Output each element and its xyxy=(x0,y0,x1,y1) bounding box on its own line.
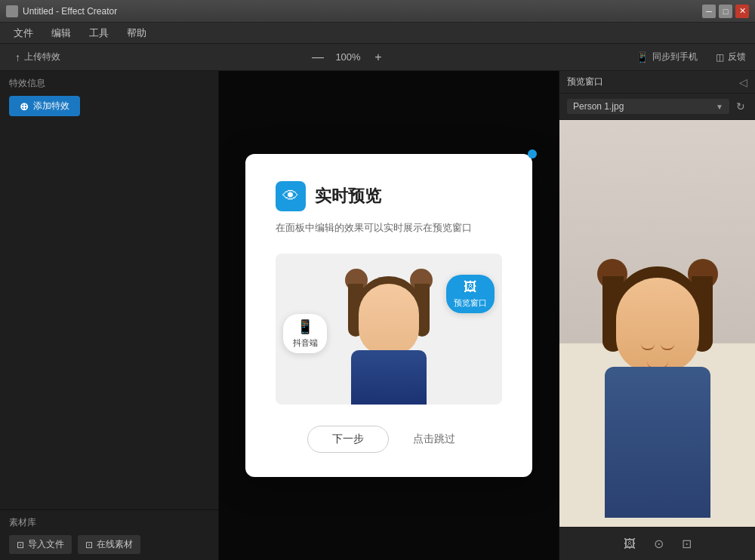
pp-eye-left xyxy=(641,344,655,350)
asset-section-title: 素材库 xyxy=(0,509,218,532)
modal-subtitle: 在面板中编辑的效果可以实时展示在预览窗口 xyxy=(276,220,502,236)
file-selector: Person 1.jpg ▼ ↻ xyxy=(559,94,755,120)
menu-edit[interactable]: 编辑 xyxy=(44,25,79,42)
modal-corner-dot xyxy=(528,149,537,158)
menu-bar: 文件 编辑 工具 帮助 xyxy=(0,23,755,44)
panel-footer-image-icon[interactable]: 🖼 xyxy=(621,534,639,554)
preview-callout-bubble: 🖼 预览窗口 xyxy=(446,275,495,313)
import-icon: ⊡ xyxy=(17,540,24,550)
zoom-value: 100% xyxy=(333,51,363,63)
toolbar: ↑ 上传特效 — 100% + 📱 同步到手机 ◫ 反馈 xyxy=(0,44,755,71)
menu-help[interactable]: 帮助 xyxy=(119,25,154,42)
panel-collapse-button[interactable]: ◁ xyxy=(739,76,747,88)
window-controls[interactable]: ─ □ ✕ xyxy=(702,5,749,18)
onboarding-modal: 👁 实时预览 在面板中编辑的效果可以实时展示在预览窗口 xyxy=(245,154,532,478)
zoom-controls: — 100% + xyxy=(76,50,621,65)
phone-icon: 📱 xyxy=(636,51,649,63)
effects-section-title: 特效信息 xyxy=(0,71,218,93)
preview-image-area xyxy=(559,120,755,527)
add-effect-label: 添加特效 xyxy=(33,100,69,112)
upload-effect-button[interactable]: ↑ 上传特效 xyxy=(9,48,66,66)
modal-illustration: 🖼 预览窗口 📱 抖音端 xyxy=(276,254,502,405)
right-panel: 预览窗口 ◁ Person 1.jpg ▼ ↻ xyxy=(559,71,755,560)
person-face xyxy=(359,284,419,355)
douyin-bubble-icon: 📱 xyxy=(297,318,313,335)
skip-button[interactable]: 点击跳过 xyxy=(398,426,470,453)
toolbar-right: 📱 同步到手机 ◫ 反馈 xyxy=(630,48,746,66)
person-body xyxy=(351,350,427,405)
feedback-button[interactable]: ◫ 反馈 xyxy=(716,51,746,63)
modal-header: 👁 实时预览 xyxy=(276,181,502,211)
person-illustration xyxy=(336,261,442,397)
close-button[interactable]: ✕ xyxy=(735,5,749,18)
douyin-callout-bubble: 📱 抖音端 xyxy=(283,314,327,353)
file-dropdown[interactable]: Person 1.jpg ▼ xyxy=(567,99,729,114)
modal-overlay: 👁 实时预览 在面板中编辑的效果可以实时展示在预览窗口 xyxy=(219,71,559,560)
next-step-button[interactable]: 下一步 xyxy=(307,426,389,453)
preview-person-figure xyxy=(590,240,726,527)
right-panel-header: 预览窗口 ◁ xyxy=(559,71,755,94)
zoom-out-button[interactable]: — xyxy=(310,50,325,65)
window-title: Untitled - Effect Creator xyxy=(23,6,117,17)
preview-panel-content xyxy=(559,120,755,527)
zoom-in-button[interactable]: + xyxy=(371,50,386,65)
right-panel-footer: 🖼 ⊙ ⊡ xyxy=(559,527,755,560)
sync-label: 同步到手机 xyxy=(652,51,698,63)
asset-buttons: ⊡ 导入文件 ⊡ 在线素材 xyxy=(0,532,218,560)
refresh-button[interactable]: ↻ xyxy=(734,98,747,115)
sidebar-spacer xyxy=(0,119,218,509)
modal-buttons: 下一步 点击跳过 xyxy=(276,426,502,453)
pp-face xyxy=(616,278,699,372)
online-icon: ⊡ xyxy=(85,540,93,550)
import-label: 导入文件 xyxy=(28,538,64,551)
title-bar-left: Untitled - Effect Creator xyxy=(6,5,117,17)
panel-footer-square-icon[interactable]: ⊡ xyxy=(679,534,695,554)
menu-file[interactable]: 文件 xyxy=(6,25,41,42)
main-layout: 特效信息 ⊕ 添加特效 素材库 ⊡ 导入文件 ⊡ 在线素材 👁 xyxy=(0,71,755,560)
online-asset-label: 在线素材 xyxy=(97,538,133,551)
left-sidebar: 特效信息 ⊕ 添加特效 素材库 ⊡ 导入文件 ⊡ 在线素材 xyxy=(0,71,219,560)
panel-footer-circle-icon[interactable]: ⊙ xyxy=(651,534,667,554)
add-effect-button[interactable]: ⊕ 添加特效 xyxy=(9,96,80,116)
feedback-icon: ◫ xyxy=(716,52,724,63)
import-file-button[interactable]: ⊡ 导入文件 xyxy=(9,535,72,554)
selected-file-name: Person 1.jpg xyxy=(573,101,624,112)
menu-tools[interactable]: 工具 xyxy=(82,25,116,42)
pp-eye-right xyxy=(661,344,674,350)
eye-icon: 👁 xyxy=(276,181,306,211)
online-asset-button[interactable]: ⊡ 在线素材 xyxy=(78,535,140,554)
minimize-button[interactable]: ─ xyxy=(702,5,716,18)
preview-bubble-icon: 🖼 xyxy=(464,279,477,295)
modal-title: 实时预览 xyxy=(315,185,381,208)
title-bar: Untitled - Effect Creator ─ □ ✕ xyxy=(0,0,755,23)
plus-icon: ⊕ xyxy=(20,100,29,112)
preview-bubble-label: 预览窗口 xyxy=(454,297,487,309)
sync-phone-button[interactable]: 📱 同步到手机 xyxy=(630,48,704,66)
app-icon xyxy=(6,5,18,17)
maximize-button[interactable]: □ xyxy=(719,5,732,18)
feedback-label: 反馈 xyxy=(728,51,746,63)
upload-label: 上传特效 xyxy=(24,51,60,63)
pp-body xyxy=(605,367,710,518)
dropdown-arrow-icon: ▼ xyxy=(716,103,723,111)
preview-panel-title: 预览窗口 xyxy=(567,75,603,88)
douyin-bubble-label: 抖音端 xyxy=(293,337,318,349)
canvas-area: 👁 实时预览 在面板中编辑的效果可以实时展示在预览窗口 xyxy=(219,71,559,560)
upload-icon: ↑ xyxy=(15,51,20,63)
